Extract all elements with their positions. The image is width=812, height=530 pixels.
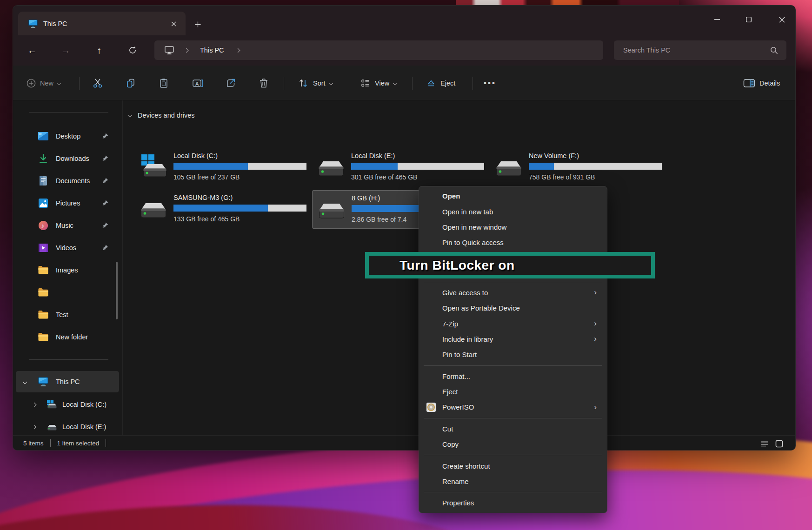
share-button[interactable] <box>225 66 236 100</box>
menu-item-open-as-portable-device[interactable]: Open as Portable Device <box>419 300 607 316</box>
drive-tile-local-disk-e[interactable]: Local Disk (E:) 301 GB free of 465 GB <box>312 148 486 187</box>
menu-item-properties[interactable]: Properties <box>419 495 607 510</box>
tab-title: This PC <box>43 20 67 27</box>
sidebar-item-images[interactable]: Images <box>16 260 119 280</box>
menu-item-open[interactable]: Open <box>419 188 607 204</box>
menu-item-pin-to-quick-access[interactable]: Pin to Quick access <box>419 235 607 250</box>
drive-tile-new-volume-f[interactable]: New Volume (F:) 758 GB free of 931 GB <box>490 148 664 187</box>
menu-item-copy[interactable]: Copy <box>419 437 607 452</box>
menu-item-rename[interactable]: Rename <box>419 474 607 489</box>
pin-icon <box>101 199 109 207</box>
back-button[interactable]: ← <box>24 42 40 59</box>
tab-this-pc[interactable]: This PC <box>18 12 186 35</box>
menu-item-include-in-library[interactable]: Include in library› <box>419 331 607 347</box>
sidebar-item-desktop[interactable]: Desktop <box>16 126 119 146</box>
menu-item-open-in-new-tab[interactable]: Open in new tab <box>419 204 607 219</box>
menu-item-poweriso[interactable]: PowerISO› <box>419 399 607 415</box>
copy-button[interactable] <box>125 66 136 100</box>
menu-item-eject[interactable]: Eject <box>419 384 607 399</box>
drive-tile-samsung-m3-g[interactable]: SAMSUNG-M3 (G:) 133 GB free of 465 GB <box>134 190 308 229</box>
view-button[interactable]: View <box>360 66 396 100</box>
new-tab-button[interactable] <box>192 18 204 30</box>
submenu-chevron-icon: › <box>594 319 597 328</box>
rename-button[interactable]: A <box>192 66 204 100</box>
menu-separator <box>424 418 602 418</box>
desktop-icon <box>38 131 49 142</box>
drive-name: Local Disk (C:) <box>173 152 306 159</box>
this-pc-monitor-icon <box>164 46 174 55</box>
sidebar-item-downloads[interactable]: Downloads <box>16 148 119 169</box>
capacity-bar <box>173 205 306 212</box>
menu-item-pin-to-start[interactable]: Pin to Start <box>419 347 607 362</box>
sort-button[interactable]: Sort <box>298 66 333 100</box>
maximize-button[interactable] <box>738 13 759 26</box>
minimize-button[interactable] <box>706 13 728 26</box>
menu-item-open-in-new-window[interactable]: Open in new window <box>419 219 607 235</box>
paste-button[interactable] <box>158 66 169 100</box>
delete-button[interactable] <box>259 66 269 100</box>
up-button[interactable]: ↑ <box>91 42 107 59</box>
details-view-toggle-icon[interactable] <box>761 440 769 447</box>
drive-icon <box>140 195 167 222</box>
sidebar-item-unnamed-folder[interactable] <box>16 282 119 303</box>
svg-text:A: A <box>195 80 199 86</box>
folder-icon <box>38 287 49 298</box>
new-button[interactable]: New <box>27 66 60 100</box>
breadcrumb-chevron-icon[interactable] <box>235 48 240 53</box>
more-options-button[interactable]: ••• <box>484 66 496 100</box>
menu-item-create-shortcut[interactable]: Create shortcut <box>419 458 607 473</box>
drive-tile-local-disk-c[interactable]: Local Disk (C:) 105 GB free of 237 GB <box>134 148 308 187</box>
large-icons-view-toggle-icon[interactable] <box>775 440 783 448</box>
toolbar-divider <box>473 77 473 90</box>
refresh-button[interactable] <box>124 42 141 59</box>
details-pane-button[interactable]: Details <box>743 66 780 100</box>
drive-icon <box>47 422 57 431</box>
search-icon <box>770 46 778 54</box>
menu-separator <box>424 282 602 282</box>
chevron-right-icon[interactable] <box>32 424 37 429</box>
close-icon <box>779 17 785 23</box>
tab-close-button[interactable] <box>168 18 179 29</box>
sidebar-tree-local-disk-c[interactable]: Local Disk (C:) <box>16 394 119 415</box>
documents-icon <box>38 175 49 186</box>
details-label: Details <box>759 80 780 87</box>
window-close-button[interactable] <box>771 13 792 26</box>
sidebar-item-pictures[interactable]: Pictures <box>16 193 119 213</box>
pictures-icon <box>38 198 49 209</box>
section-title: Devices and drives <box>138 112 195 119</box>
search-box[interactable]: Search This PC <box>614 40 786 60</box>
maximize-icon <box>746 17 752 22</box>
menu-item-give-access-to[interactable]: Give access to› <box>419 285 607 300</box>
eject-button[interactable]: Eject <box>426 66 455 100</box>
pin-icon <box>101 132 109 140</box>
sidebar-item-test[interactable]: Test <box>16 305 119 325</box>
sidebar-tree-this-pc[interactable]: This PC <box>16 371 119 392</box>
sidebar-item-documents[interactable]: Documents <box>16 171 119 191</box>
devices-and-drives-header[interactable]: Devices and drives <box>129 112 195 119</box>
menu-item-cut[interactable]: Cut <box>419 421 607 437</box>
sidebar-scrollbar[interactable] <box>116 262 118 319</box>
menu-separator <box>424 492 602 492</box>
bitlocker-annotation-highlight[interactable]: Turn BitLocker on <box>365 252 655 278</box>
status-separator <box>106 439 106 447</box>
sidebar-tree-local-disk-e[interactable]: Local Disk (E:) <box>16 416 119 437</box>
sidebar-item-new-folder[interactable]: New folder <box>16 327 119 347</box>
toolbar-divider <box>412 77 413 90</box>
breadcrumb-this-pc[interactable]: This PC <box>200 46 224 54</box>
eject-label: Eject <box>440 80 455 87</box>
menu-item-7zip[interactable]: 7-Zip› <box>419 316 607 331</box>
sidebar-item-music[interactable]: ♪ Music <box>16 215 119 236</box>
refresh-icon <box>128 46 137 54</box>
breadcrumb-chevron-icon <box>184 48 189 53</box>
navigation-bar: ← → ↑ This PC Search This PC <box>13 35 795 66</box>
chevron-right-icon[interactable] <box>32 402 37 407</box>
forward-button[interactable]: → <box>57 42 74 59</box>
music-icon: ♪ <box>38 220 49 231</box>
cut-button[interactable] <box>92 66 103 100</box>
address-bar[interactable]: This PC <box>154 40 603 60</box>
sidebar-item-videos[interactable]: Videos <box>16 238 119 258</box>
menu-item-format[interactable]: Format... <box>419 369 607 384</box>
new-label: New <box>40 80 53 87</box>
chevron-down-icon[interactable] <box>23 379 27 384</box>
copy-icon <box>125 78 136 89</box>
